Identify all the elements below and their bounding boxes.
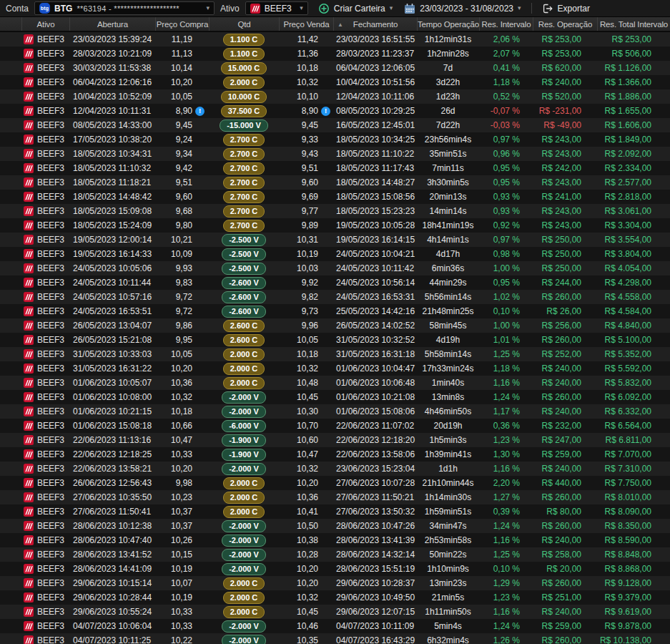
- res-intervalo-cell: 1,17 %: [479, 404, 533, 419]
- asset-label: BEEF3: [37, 149, 64, 159]
- res-intervalo-cell: 0,10 %: [479, 304, 533, 318]
- column-header-res-total-intervalo[interactable]: Res. Total Intervalo: [597, 17, 670, 31]
- account-selector[interactable]: btg BTG **63194 - ******************** ▾: [34, 1, 215, 15]
- column-header-label: Preço Venda: [283, 20, 329, 29]
- column-header-preco-venda[interactable]: Preço Venda: [279, 17, 333, 31]
- table-row[interactable]: BEEF306/04/2023 12:06:1610,202.000 C10,3…: [0, 75, 670, 89]
- table-row[interactable]: BEEF319/05/2023 16:14:3310,09-2.500 V10,…: [0, 247, 670, 261]
- res-total-intervalo-cell: R$ 1.655,00: [597, 104, 670, 118]
- table-row[interactable]: BEEF310/04/2023 10:52:0910,0510.000 C10,…: [0, 89, 670, 104]
- preco-venda-cell: 10,30: [279, 404, 333, 419]
- asset-icon: [24, 349, 34, 359]
- column-header-tempo-operacao[interactable]: Tempo Operação: [417, 17, 479, 31]
- table-row[interactable]: BEEF326/05/2023 13:04:079,862.600 C9,962…: [0, 318, 670, 333]
- table-row[interactable]: BEEF304/07/2023 10:11:2510,22-2.000 V10,…: [0, 633, 670, 644]
- column-header-qtd[interactable]: Qtd: [209, 17, 279, 31]
- res-intervalo-cell: 1,16 %: [479, 533, 533, 547]
- tempo-operacao-cell: 23h56min4s: [417, 132, 479, 147]
- table-row[interactable]: BEEF318/05/2023 10:34:319,342.700 C9,431…: [0, 147, 670, 161]
- tempo-operacao-cell: 50min22s: [417, 547, 479, 562]
- info-icon[interactable]: !: [321, 107, 330, 116]
- preco-compra-cell: 10,32: [155, 390, 209, 404]
- column-header-fechamento[interactable]: ▲Fechamento: [333, 17, 417, 31]
- table-row[interactable]: BEEF328/06/2023 13:41:5210,15-2.000 V10,…: [0, 547, 670, 562]
- exportar-button[interactable]: Exportar: [541, 3, 591, 14]
- table-row[interactable]: BEEF328/03/2023 10:21:0911,131.100 C11,3…: [0, 47, 670, 61]
- qtd-badge: 2.700 C: [223, 148, 265, 160]
- column-header-ativo[interactable]: Ativo: [21, 17, 69, 31]
- asset-label: BEEF3: [37, 435, 64, 445]
- table-row[interactable]: BEEF324/05/2023 10:11:449,83-2.600 V9,92…: [0, 275, 670, 290]
- table-row[interactable]: BEEF301/06/2023 15:08:1810,66-6.000 V10,…: [0, 419, 670, 433]
- table-row[interactable]: BEEF327/06/2023 10:35:5010,232.000 C10,3…: [0, 490, 670, 504]
- date-range-picker[interactable]: 23/03/2023 - 31/08/2023 ▾: [403, 3, 522, 14]
- qtd-cell: 2.000 C: [209, 376, 279, 390]
- fechamento-cell: 19/05/2023 16:14:15: [333, 233, 417, 247]
- table-row[interactable]: BEEF330/03/2023 11:53:3810,1415.000 C10,…: [0, 61, 670, 75]
- fechamento-cell: 04/07/2023 10:11:09: [333, 619, 417, 633]
- table-row[interactable]: BEEF317/05/2023 10:38:209,242.700 C9,331…: [0, 132, 670, 147]
- table-row[interactable]: BEEF329/06/2023 10:15:1410,072.000 C10,2…: [0, 576, 670, 590]
- info-icon[interactable]: !: [195, 107, 205, 116]
- table-row[interactable]: BEEF318/05/2023 15:24:099,802.700 C9,891…: [0, 218, 670, 233]
- asset-selector[interactable]: BEEF3 ▾: [245, 1, 308, 15]
- qtd-cell: 2.700 C: [209, 161, 279, 175]
- preco-venda-cell: 9,96: [279, 318, 333, 333]
- res-operacao-cell: R$ 440,00: [533, 476, 597, 490]
- table-row[interactable]: BEEF318/05/2023 11:10:329,422.700 C9,511…: [0, 161, 670, 175]
- column-header-abertura[interactable]: Abertura: [69, 17, 155, 31]
- tempo-operacao-cell: 20min13s: [417, 190, 479, 204]
- table-row[interactable]: BEEF326/06/2023 12:56:439,982.000 C10,20…: [0, 476, 670, 490]
- criar-carteira-button[interactable]: Criar Carteira ▾: [317, 3, 395, 14]
- table-row[interactable]: BEEF324/05/2023 16:53:519,72-2.600 V9,73…: [0, 304, 670, 318]
- row-gutter: [0, 233, 21, 247]
- table-row[interactable]: BEEF312/04/2023 10:11:318,90!37.500 C8,9…: [0, 104, 670, 118]
- res-intervalo-cell: 1,00 %: [479, 318, 533, 333]
- tempo-operacao-cell: 1d1h: [417, 462, 479, 476]
- preco-venda-value: 8,90: [302, 106, 318, 116]
- table-row[interactable]: BEEF318/05/2023 15:09:089,682.700 C9,771…: [0, 204, 670, 218]
- table-row[interactable]: BEEF331/05/2023 10:33:0310,052.000 C10,1…: [0, 347, 670, 361]
- preco-compra-cell: 10,22: [155, 633, 209, 644]
- table-row[interactable]: BEEF329/06/2023 10:28:4410,192.000 C10,3…: [0, 590, 670, 605]
- res-total-intervalo-cell: R$ 4.558,00: [597, 290, 670, 304]
- column-header-label: Res. Total Intervalo: [600, 20, 668, 29]
- preco-venda-value: 9,73: [302, 306, 318, 316]
- table-row[interactable]: BEEF324/05/2023 10:57:169,72-2.600 V9,82…: [0, 290, 670, 304]
- fechamento-cell: 24/05/2023 10:56:14: [333, 275, 417, 290]
- res-intervalo-cell: 0,95 %: [479, 161, 533, 175]
- table-row[interactable]: BEEF322/06/2023 13:58:2110,20-2.000 V10,…: [0, 462, 670, 476]
- table-row[interactable]: BEEF304/07/2023 10:06:0410,33-2.000 V10,…: [0, 619, 670, 633]
- column-header-res-intervalo[interactable]: Res. Intervalo: [479, 17, 533, 31]
- table-row[interactable]: BEEF328/06/2023 10:12:3810,37-2.000 V10,…: [0, 519, 670, 533]
- table-row[interactable]: BEEF327/06/2023 11:50:4110,372.000 C10,4…: [0, 504, 670, 519]
- asset-label: BEEF3: [37, 49, 64, 59]
- table-row[interactable]: BEEF324/05/2023 10:05:069,93-2.500 V10,0…: [0, 261, 670, 275]
- table-row[interactable]: BEEF301/06/2023 10:21:1510,18-2.000 V10,…: [0, 404, 670, 419]
- table-row[interactable]: BEEF329/06/2023 10:55:2410,332.000 C10,4…: [0, 605, 670, 619]
- qtd-cell: -1.900 V: [209, 447, 279, 462]
- table-row[interactable]: BEEF301/06/2023 10:08:0010,32-2.000 V10,…: [0, 390, 670, 404]
- table-row[interactable]: BEEF328/06/2023 10:47:4010,26-2.000 V10,…: [0, 533, 670, 547]
- table-row[interactable]: BEEF328/06/2023 14:41:0910,19-2.000 V10,…: [0, 562, 670, 576]
- table-row[interactable]: BEEF331/05/2023 16:31:2210,202.000 C10,3…: [0, 361, 670, 376]
- column-header-res-operacao[interactable]: Res. Operação: [533, 17, 597, 31]
- table-row[interactable]: BEEF308/05/2023 14:33:009,45-15.000 V9,4…: [0, 118, 670, 132]
- asset-icon: [24, 135, 34, 145]
- preco-venda-cell: 8,90!: [279, 104, 333, 118]
- table-row[interactable]: BEEF322/06/2023 11:13:1610,47-1.900 V10,…: [0, 433, 670, 447]
- table-row[interactable]: BEEF322/06/2023 12:18:2510,33-1.900 V10,…: [0, 447, 670, 462]
- table-row[interactable]: BEEF318/05/2023 11:18:219,512.700 C9,601…: [0, 175, 670, 190]
- preco-venda-cell: 10,19: [279, 247, 333, 261]
- table-row[interactable]: BEEF301/06/2023 10:05:0710,362.000 C10,4…: [0, 376, 670, 390]
- abertura-cell: 26/06/2023 12:56:43: [69, 476, 155, 490]
- row-gutter: [0, 304, 21, 318]
- table-row[interactable]: BEEF323/03/2023 15:39:2411,191.100 C11,4…: [0, 32, 670, 47]
- asset-label: BEEF3: [37, 378, 64, 388]
- table-row[interactable]: BEEF318/05/2023 14:48:429,602.700 C9,691…: [0, 190, 670, 204]
- tempo-operacao-cell: 58min45s: [417, 318, 479, 333]
- table-row[interactable]: BEEF326/05/2023 15:21:089,952.600 C10,05…: [0, 333, 670, 347]
- table-row[interactable]: BEEF319/05/2023 12:00:1410,21-2.500 V10,…: [0, 233, 670, 247]
- asset-cell: BEEF3: [21, 504, 69, 519]
- column-header-preco-compra[interactable]: Preço Compra: [155, 17, 209, 31]
